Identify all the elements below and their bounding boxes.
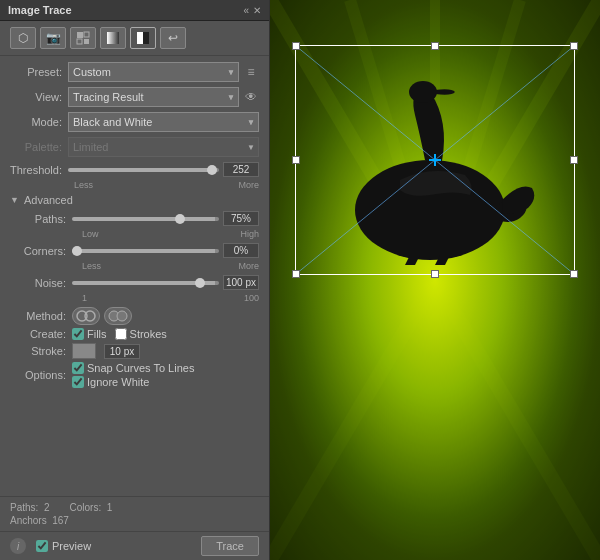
preset-menu-icon[interactable]: ≡ [243, 65, 259, 79]
anchors-stat-value: 167 [52, 515, 69, 526]
eye-icon[interactable]: 👁 [243, 90, 259, 104]
fills-label: Fills [87, 328, 107, 340]
ignore-white-item[interactable]: Ignore White [72, 376, 194, 388]
noise-mini-labels: 1 100 [82, 293, 259, 303]
snap-curves-item[interactable]: Snap Curves To Lines [72, 362, 194, 374]
titlebar-controls: « ✕ [243, 5, 261, 16]
close-button[interactable]: ✕ [253, 5, 261, 16]
preset-icons-row: ⬡ 📷 ↩ [0, 21, 269, 56]
noise-slider[interactable] [72, 281, 219, 285]
noise-slider-wrap [72, 276, 219, 290]
sel-handle-tr[interactable] [570, 42, 578, 50]
auto-color-icon-btn[interactable]: ⬡ [10, 27, 36, 49]
anchors-stat: Anchors 167 [10, 515, 69, 526]
stats-row1: Paths: 2 Colors: 1 [10, 502, 259, 513]
threshold-value[interactable] [223, 162, 259, 177]
create-label: Create: [20, 328, 72, 340]
method-abutting-btn[interactable] [72, 307, 100, 325]
advanced-section-header[interactable]: ▼ Advanced [10, 194, 259, 206]
mode-select[interactable]: Black and White Color Grayscale [68, 112, 259, 132]
strokes-checkbox[interactable] [115, 328, 127, 340]
svg-rect-2 [77, 39, 82, 44]
low-color-icon-btn[interactable] [70, 27, 96, 49]
options-label: Options: [20, 369, 72, 381]
svg-rect-6 [143, 32, 149, 44]
panel-footer: i Preview Trace [0, 531, 269, 560]
preset-select[interactable]: Custom Default High Color Low Color Gray… [68, 62, 239, 82]
advanced-label: Advanced [24, 194, 73, 206]
paths-value[interactable] [223, 211, 259, 226]
create-row: Create: Fills Strokes [20, 328, 259, 340]
panel-titlebar: Image Trace « ✕ [0, 0, 269, 21]
high-color-icon-btn[interactable]: 📷 [40, 27, 66, 49]
palette-select-wrap: Limited ▼ [68, 137, 259, 157]
canvas-background [270, 0, 600, 560]
bw-icon-btn[interactable] [130, 27, 156, 49]
grayscale-icon-btn[interactable] [100, 27, 126, 49]
method-overlapping-btn[interactable] [104, 307, 132, 325]
noise-value[interactable] [223, 275, 259, 290]
colors-stat-label: Colors: [69, 502, 101, 513]
mode-label: Mode: [10, 116, 68, 128]
corners-slider-wrap [72, 244, 219, 258]
stroke-swatch[interactable] [72, 343, 96, 359]
colors-stat-value: 1 [107, 502, 113, 513]
advanced-triangle-icon: ▼ [10, 195, 19, 205]
sel-handle-mr[interactable] [570, 156, 578, 164]
preview-checkbox[interactable] [36, 540, 48, 552]
fills-checkbox-item[interactable]: Fills [72, 328, 107, 340]
sel-handle-bl[interactable] [292, 270, 300, 278]
view-row: View: Tracing Result Outlines Source Ima… [10, 87, 259, 107]
paths-mini-labels: Low High [82, 229, 259, 239]
ignore-white-label: Ignore White [87, 376, 149, 388]
stroke-row: Stroke: [20, 343, 259, 359]
sel-handle-tl[interactable] [292, 42, 300, 50]
paths-stat-label: Paths: [10, 502, 38, 513]
sel-handle-bc[interactable] [431, 270, 439, 278]
paths-low-label: Low [82, 229, 99, 239]
trace-button[interactable]: Trace [201, 536, 259, 556]
sel-handle-br[interactable] [570, 270, 578, 278]
selection-box [295, 45, 575, 275]
corners-slider[interactable] [72, 249, 219, 253]
stats-row2: Anchors 167 [10, 515, 259, 526]
ignore-white-checkbox[interactable] [72, 376, 84, 388]
palette-label: Palette: [10, 141, 68, 153]
noise-min-label: 1 [82, 293, 87, 303]
anchors-stat-label: Anchors [10, 515, 47, 526]
sketch-icon-btn[interactable]: ↩ [160, 27, 186, 49]
preview-checkbox-item[interactable]: Preview [36, 540, 91, 552]
info-icon[interactable]: i [10, 538, 26, 554]
strokes-checkbox-item[interactable]: Strokes [115, 328, 167, 340]
options-checkboxes: Snap Curves To Lines Ignore White [72, 362, 194, 388]
image-trace-panel: Image Trace « ✕ ⬡ 📷 ↩ Preset: Custom Def… [0, 0, 270, 560]
threshold-slider[interactable] [68, 168, 219, 172]
panel-body: Preset: Custom Default High Color Low Co… [0, 56, 269, 496]
snap-curves-checkbox[interactable] [72, 362, 84, 374]
fills-checkbox[interactable] [72, 328, 84, 340]
collapse-button[interactable]: « [243, 5, 249, 16]
view-label: View: [10, 91, 68, 103]
noise-row: Noise: [20, 275, 259, 290]
preset-label: Preset: [10, 66, 68, 78]
threshold-label: Threshold: [10, 164, 68, 176]
corners-mini-labels: Less More [82, 261, 259, 271]
threshold-more-label: More [238, 180, 259, 190]
preset-row: Preset: Custom Default High Color Low Co… [10, 62, 259, 82]
method-row: Method: [20, 307, 259, 325]
palette-select: Limited [68, 137, 259, 157]
threshold-slider-wrap [68, 163, 219, 177]
noise-label: Noise: [20, 277, 72, 289]
svg-rect-5 [137, 32, 143, 44]
corners-row: Corners: [20, 243, 259, 258]
paths-stat-value: 2 [44, 502, 50, 513]
view-select[interactable]: Tracing Result Outlines Source Image [68, 87, 239, 107]
sel-handle-tc[interactable] [431, 42, 439, 50]
sel-handle-ml[interactable] [292, 156, 300, 164]
corners-value[interactable] [223, 243, 259, 258]
preset-select-wrap: Custom Default High Color Low Color Gray… [68, 62, 239, 82]
svg-rect-3 [84, 39, 89, 44]
threshold-mini-labels: Less More [74, 180, 259, 190]
paths-slider[interactable] [72, 217, 219, 221]
stroke-value[interactable] [104, 344, 140, 359]
